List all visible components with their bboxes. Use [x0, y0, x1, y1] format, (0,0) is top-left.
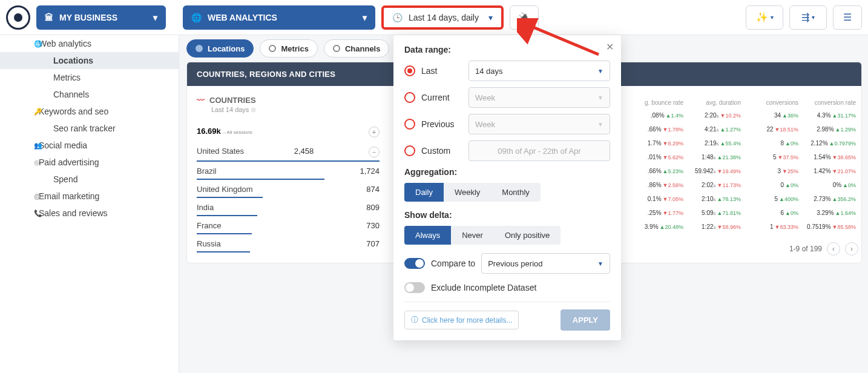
sidebar: ▦ Dashboards View all 🌐Web analytics Loc… — [0, 35, 179, 373]
close-button[interactable]: ✕ — [606, 41, 614, 53]
nav-channels[interactable]: Channels — [0, 86, 179, 103]
radio-icon — [404, 65, 415, 76]
nav-label: Email marketing — [39, 191, 99, 201]
compare-toggle[interactable] — [404, 258, 425, 269]
table-row: .86% ▼2.56% 2:02s ▼11.73% 0 ▲0% 0% ▲0% — [628, 178, 858, 192]
menu-button[interactable]: ☰ — [833, 5, 862, 30]
country-row[interactable]: Brazil1,724 — [197, 162, 380, 180]
nav-social-media[interactable]: 👥Social media — [0, 137, 179, 154]
radio-icon — [404, 92, 415, 103]
tab-metrics[interactable]: Metrics — [260, 39, 318, 58]
exclude-row: Exclude Incomplete Dataset — [404, 282, 610, 293]
theme-button[interactable]: ✨▾ — [746, 5, 783, 30]
radio-current[interactable]: Current Week▼ — [404, 87, 610, 108]
collapse-button[interactable]: − — [369, 147, 380, 157]
section-selector[interactable]: 🌐 WEB ANALYTICS ▾ — [183, 5, 375, 30]
date-range-selector[interactable]: 🕒 Last 14 days, daily ▾ — [381, 5, 504, 30]
radio-label: Last — [421, 66, 462, 76]
nav-spend[interactable]: Spend — [0, 171, 179, 188]
radio-custom[interactable]: Custom 09th of Apr - 22th of Apr — [404, 140, 610, 161]
prev-page-button[interactable]: ‹ — [827, 242, 840, 256]
dot-icon — [196, 45, 203, 52]
table-row: 0.1% ▼7.05% 2:10s ▲78.13% 5 ▲400% 2.73% … — [628, 192, 858, 206]
nav-label: Metrics — [53, 73, 81, 82]
tab-locations[interactable]: Locations — [186, 39, 254, 58]
seg-only-positive[interactable]: Only positive — [494, 226, 561, 245]
compare-select[interactable]: Previous period▼ — [481, 253, 610, 274]
table-row: .66% ▼1.78% 4:21s ▲1.27% 22 ▼18.51% 2.98… — [628, 122, 858, 136]
seg-daily[interactable]: Daily — [404, 183, 444, 202]
chevron-down-icon: ▾ — [488, 13, 493, 22]
nav-label: Keywords and seo — [39, 107, 108, 116]
plug-icon: 🔌 — [518, 12, 530, 23]
radio-previous[interactable]: Previous Week▼ — [404, 114, 610, 134]
radio-icon — [404, 119, 415, 130]
more-details-link[interactable]: ⓘClick here for more details... — [404, 311, 519, 329]
country-row[interactable]: France730 — [197, 217, 380, 235]
pagination: 1-9 of 199 ‹ › — [628, 242, 858, 256]
current-select: Week▼ — [469, 87, 610, 108]
tab-channels[interactable]: Channels — [324, 39, 390, 58]
nav-label: Web analytics — [39, 39, 91, 48]
date-range-modal: ✕ Data range: Last 14 days▼ Current Week… — [393, 35, 621, 340]
country-row[interactable]: India809 — [197, 199, 380, 217]
chevron-down-icon: ▾ — [812, 14, 815, 21]
compare-to-row: Compare to Previous period▼ — [404, 253, 610, 274]
nav-sales-reviews[interactable]: 📞Sales and reviews — [0, 205, 179, 222]
country-row[interactable]: United Kingdom874 — [197, 180, 380, 199]
nav-label: Locations — [53, 56, 93, 65]
seg-monthly[interactable]: Monthly — [491, 183, 541, 202]
chevron-down-icon: ▾ — [771, 14, 774, 21]
next-page-button[interactable]: › — [845, 242, 858, 256]
dot-icon — [269, 45, 276, 52]
data-table: g. bounce rate avg. duration conversions… — [628, 97, 858, 256]
seg-always[interactable]: Always — [404, 226, 451, 245]
total-row: 16.69k – All sessions + — [197, 122, 380, 142]
custom-date-input: 09th of Apr - 22th of Apr — [469, 140, 610, 161]
plug-button[interactable]: 🔌 — [510, 5, 539, 30]
nav-label: Paid advertising — [39, 157, 99, 167]
key-icon: 🔑 — [34, 108, 42, 116]
delta-segment: Always Never Only positive — [404, 226, 561, 245]
nav-seo-rank[interactable]: Seo rank tracker — [0, 120, 179, 137]
target-icon: ◎ — [34, 159, 40, 167]
nav-email-marketing[interactable]: @Email marketing — [0, 188, 179, 205]
business-selector[interactable]: 🏛 MY BUSINESS ▾ — [36, 5, 166, 30]
tab-label: Metrics — [281, 44, 309, 53]
country-row[interactable]: Russia707 — [197, 235, 380, 253]
country-row[interactable]: United States2,458− — [197, 142, 380, 162]
date-range-label: Last 14 days, daily — [409, 13, 479, 22]
nav-web-analytics[interactable]: 🌐Web analytics — [0, 35, 179, 52]
share-button[interactable]: ⇶▾ — [789, 5, 827, 30]
chevron-down-icon: ▾ — [363, 13, 367, 22]
share-icon: ⇶ — [801, 12, 809, 23]
data-range-label: Data range: — [404, 45, 610, 54]
nav-locations[interactable]: Locations — [0, 52, 179, 69]
apply-button[interactable]: APPLY — [561, 309, 610, 331]
nav-label: Spend — [53, 174, 77, 184]
label: COUNTRIES — [209, 96, 256, 105]
chevron-down-icon: ▼ — [597, 94, 603, 101]
exclude-toggle[interactable] — [404, 282, 425, 293]
table-row: .25% ▼1.77% 5:09s ▲71.81% 6 ▲0% 3.29% ▲1… — [628, 206, 858, 220]
nav-label: Sales and reviews — [39, 208, 108, 218]
last-select[interactable]: 14 days▼ — [469, 61, 610, 81]
radio-last[interactable]: Last 14 days▼ — [404, 61, 610, 81]
section-label: WEB ANALYTICS — [208, 13, 277, 22]
radio-label: Previous — [421, 119, 462, 129]
nav-keywords-seo[interactable]: 🔑Keywords and seo — [0, 103, 179, 120]
period-label: Last 14 days ⊚ — [211, 106, 380, 114]
previous-select: Week▼ — [469, 114, 610, 134]
expand-button[interactable]: + — [369, 127, 380, 137]
seg-weekly[interactable]: Weekly — [444, 183, 491, 202]
table-header: g. bounce rate avg. duration conversions… — [628, 97, 858, 108]
nav-metrics[interactable]: Metrics — [0, 69, 179, 86]
logo — [6, 5, 30, 30]
tab-label: Locations — [208, 44, 245, 53]
bank-icon: 🏛 — [45, 13, 53, 22]
chevron-down-icon: ▾ — [153, 13, 157, 22]
seg-never[interactable]: Never — [451, 226, 494, 245]
nav-label: Seo rank tracker — [53, 124, 116, 133]
nav-paid-advertising[interactable]: ◎Paid advertising — [0, 154, 179, 171]
people-icon: 👥 — [34, 142, 42, 150]
